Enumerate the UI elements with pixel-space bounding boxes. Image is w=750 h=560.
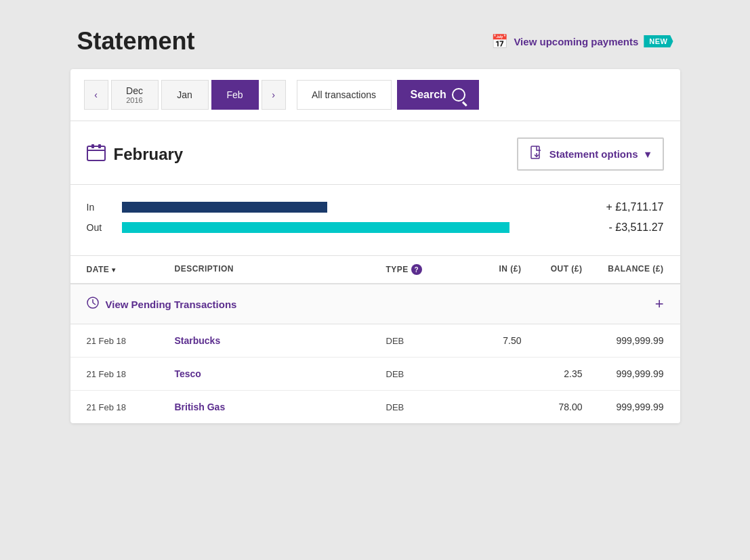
table-header: DATE ▾ DESCRIPTION TYPE ? IN (£) OUT (£)…: [70, 256, 680, 284]
svg-rect-0: [87, 146, 105, 160]
svg-rect-4: [531, 146, 539, 158]
statement-options-label: Statement options: [549, 148, 638, 160]
col-header-out: OUT (£): [522, 264, 583, 275]
col-header-date[interactable]: DATE ▾: [87, 264, 175, 275]
pending-label[interactable]: View Pending Transactions: [87, 297, 655, 312]
section-header: February Statement options ▾: [70, 121, 680, 185]
col-header-type: TYPE ?: [386, 264, 461, 275]
tx-type: DEB: [386, 336, 461, 346]
expand-pending-button[interactable]: +: [655, 295, 664, 313]
tx-balance: 999,999.99: [583, 402, 664, 412]
all-transactions-label: All transactions: [312, 89, 376, 100]
page-title: Statement: [77, 27, 195, 56]
all-transactions-button[interactable]: All transactions: [297, 80, 392, 110]
section-title: February: [87, 144, 184, 165]
tx-description[interactable]: Starbucks: [175, 335, 386, 346]
out-amount: - £3,511.27: [589, 221, 664, 234]
tx-in: 7.50: [461, 335, 522, 346]
month-dec-button[interactable]: Dec 2016: [111, 80, 159, 110]
month-nav: ‹ Dec 2016 Jan Feb › All transactions Se…: [70, 69, 680, 121]
search-label: Search: [411, 89, 446, 101]
tx-balance: 999,999.99: [583, 335, 664, 346]
statement-options-button[interactable]: Statement options ▾: [517, 137, 664, 171]
right-arrow-icon: ›: [272, 89, 275, 100]
out-label: Out: [87, 222, 111, 233]
month-dec-label: Dec: [126, 85, 143, 96]
col-header-description: DESCRIPTION: [175, 264, 386, 275]
in-bar-track: [122, 202, 579, 213]
next-month-button[interactable]: ›: [262, 80, 286, 110]
tx-date: 21 Feb 18: [87, 402, 175, 412]
calendar-icon: 📅: [491, 33, 508, 49]
page-header: Statement 📅 View upcoming payments NEW: [70, 27, 680, 56]
tx-out: 78.00: [522, 402, 583, 412]
out-bar-fill: [122, 222, 510, 233]
pending-transactions-row[interactable]: View Pending Transactions +: [70, 284, 680, 324]
new-badge: NEW: [644, 35, 673, 47]
month-jan-label: Jan: [177, 89, 192, 100]
table-row: 21 Feb 18 British Gas DEB 78.00 999,999.…: [70, 391, 680, 423]
table-row: 21 Feb 18 Starbucks DEB 7.50 999,999.99: [70, 324, 680, 358]
calendar-section-icon: [87, 144, 106, 165]
tx-type: DEB: [386, 402, 461, 412]
clock-icon: [87, 297, 99, 312]
month-feb-label: Feb: [226, 89, 243, 100]
svg-rect-2: [91, 144, 94, 148]
in-amount: + £1,711.17: [589, 201, 664, 213]
tx-description[interactable]: British Gas: [175, 402, 386, 412]
tx-type: DEB: [386, 369, 461, 379]
left-arrow-icon: ‹: [94, 89, 98, 100]
search-button[interactable]: Search: [397, 80, 479, 110]
tx-balance: 999,999.99: [583, 368, 664, 379]
page-wrapper: Statement 📅 View upcoming payments NEW ‹…: [70, 27, 680, 423]
tx-date: 21 Feb 18: [87, 336, 175, 346]
summary-bars: In + £1,711.17 Out - £3,511.27: [70, 185, 680, 256]
month-heading: February: [114, 145, 184, 164]
col-header-in: IN (£): [461, 264, 522, 275]
tx-date: 21 Feb 18: [87, 369, 175, 379]
svg-line-8: [93, 303, 96, 305]
in-label: In: [87, 202, 111, 213]
out-bar-track: [122, 222, 579, 233]
in-bar-fill: [122, 202, 327, 213]
type-help-icon[interactable]: ?: [411, 264, 422, 275]
svg-rect-3: [98, 144, 101, 148]
upcoming-payments-label: View upcoming payments: [514, 36, 638, 47]
chevron-down-icon: ▾: [645, 148, 650, 160]
sort-arrow-icon: ▾: [112, 266, 116, 274]
pending-text: View Pending Transactions: [106, 299, 237, 310]
tx-out: 2.35: [522, 368, 583, 379]
month-feb-button[interactable]: Feb: [211, 80, 259, 110]
upcoming-payments-button[interactable]: 📅 View upcoming payments NEW: [491, 33, 673, 49]
prev-month-button[interactable]: ‹: [84, 80, 108, 110]
out-bar-row: Out - £3,511.27: [87, 221, 664, 234]
in-bar-row: In + £1,711.17: [87, 201, 664, 213]
tx-description[interactable]: Tesco: [175, 368, 386, 379]
main-card: ‹ Dec 2016 Jan Feb › All transactions Se…: [70, 69, 680, 423]
month-dec-year: 2016: [126, 96, 142, 104]
col-header-balance: BALANCE (£): [583, 264, 664, 275]
search-icon: [452, 88, 465, 102]
document-download-icon: [530, 146, 543, 163]
table-row: 21 Feb 18 Tesco DEB 2.35 999,999.99: [70, 358, 680, 391]
month-jan-button[interactable]: Jan: [161, 80, 209, 110]
